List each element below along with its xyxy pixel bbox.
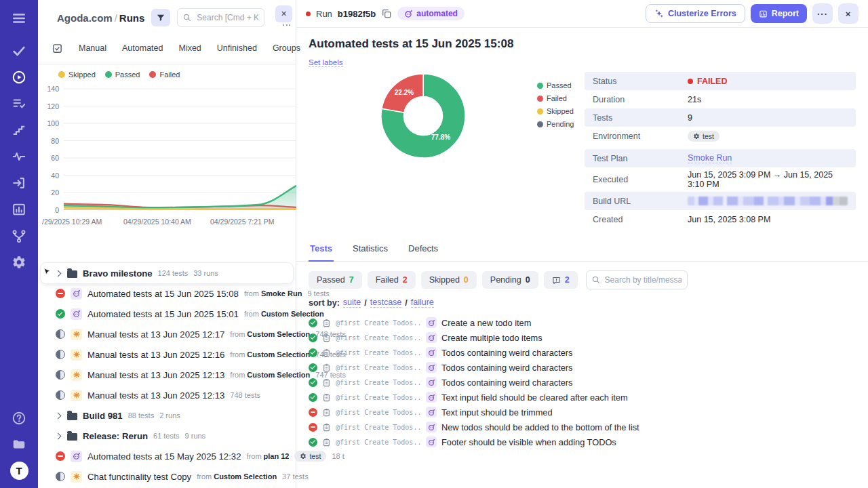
run-list-item[interactable]: Automated tests at 15 Jun 2025 15:01 fro… [41, 304, 293, 324]
select-all-icon[interactable] [52, 43, 63, 54]
run-list-item[interactable]: Bravo milestone 124 tests 33 runs [41, 263, 293, 283]
run-name[interactable]: Release: Rerun [83, 431, 148, 441]
runs-tab[interactable]: Groups [273, 43, 300, 53]
list-check-icon[interactable] [11, 96, 27, 112]
run-name[interactable]: Manual tests at 13 Jun 2025 12:13 [87, 390, 224, 401]
run-name[interactable]: Automated tests at 15 May 2025 12:32 [87, 451, 241, 462]
breadcrumb-project[interactable]: Agoda.com [57, 12, 113, 24]
run-name[interactable]: Automated tests at 15 Jun 2025 15:01 [87, 309, 239, 319]
chevron-right-icon[interactable] [55, 270, 62, 277]
testomat-logo[interactable]: T [10, 462, 28, 480]
run-list-item[interactable]: Automated tests at 15 Jun 2025 15:08 fro… [41, 283, 293, 304]
test-result-row[interactable]: @first Create Todos... New todos should … [309, 420, 856, 434]
run-name[interactable]: Bravo milestone [83, 268, 153, 279]
test-suite-tag[interactable]: @first Create Todos... [336, 364, 421, 371]
test-title[interactable]: Todos containing weird characters [441, 363, 572, 373]
run-name[interactable]: Chat functinality test Copy [87, 472, 191, 482]
sort-option[interactable]: suite [343, 298, 361, 308]
set-labels-link[interactable]: Set labels [309, 58, 343, 67]
filter-button[interactable] [151, 9, 170, 26]
close-run-button[interactable]: × [838, 3, 859, 24]
test-result-row[interactable]: @first Create Todos... Create a new todo… [309, 315, 856, 330]
test-result-row[interactable]: @first Create Todos... Todos containing … [309, 375, 856, 390]
check-icon[interactable] [11, 43, 27, 59]
filter-pill[interactable]: Passed7 [309, 271, 362, 289]
automated-badge[interactable]: automated [397, 7, 465, 20]
run-name[interactable]: Manual tests at 13 Jun 2025 12:13 [87, 370, 224, 380]
donut-legend-item[interactable]: Passed [537, 81, 585, 89]
test-suite-tag[interactable]: @first Create Todos... [336, 424, 421, 431]
run-list-item[interactable]: Release: Rerun 61 tests 9 runs [41, 426, 293, 446]
tab[interactable]: Defects [407, 238, 439, 262]
folders-icon[interactable] [11, 436, 27, 452]
test-suite-tag[interactable]: @first Create Todos... [336, 349, 421, 357]
menu-icon[interactable] [11, 10, 27, 26]
test-title[interactable]: Footer should be visible when adding TOD… [441, 437, 616, 447]
runs-tab[interactable]: Automated [122, 43, 163, 53]
help-icon[interactable] [11, 410, 27, 426]
filter-pill[interactable]: Failed2 [368, 271, 416, 289]
copy-icon[interactable] [381, 8, 392, 19]
legend-item[interactable]: Failed [149, 70, 180, 79]
branch-icon[interactable] [11, 228, 27, 244]
sign-in-icon[interactable] [11, 175, 27, 191]
tab[interactable]: Statistics [351, 238, 389, 262]
run-list-item[interactable]: Manual tests at 13 Jun 2025 12:13 fromCu… [41, 365, 293, 385]
test-suite-tag[interactable]: @first Create Todos... [336, 334, 421, 342]
run-name[interactable]: Manual tests at 13 Jun 2025 12:16 [87, 350, 224, 360]
environment-badge[interactable]: test [688, 131, 719, 142]
test-result-row[interactable]: @first Create Todos... Footer should be … [309, 434, 856, 449]
run-list-item[interactable]: Automated tests at 15 May 2025 12:32 fro… [41, 446, 293, 466]
test-plan-link[interactable]: Smoke Run [688, 153, 732, 163]
donut-legend-item[interactable]: Failed [537, 94, 585, 102]
test-result-row[interactable]: @first Create Todos... Todos containing … [309, 345, 856, 360]
donut-legend-item[interactable]: Pending [537, 120, 585, 128]
test-suite-tag[interactable]: @first Create Todos... [336, 394, 421, 401]
test-search-input[interactable] [586, 270, 688, 289]
clusterize-errors-button[interactable]: Clusterize Errors [646, 4, 745, 23]
legend-item[interactable]: Passed [105, 70, 140, 79]
test-suite-tag[interactable]: @first Create Todos... [336, 379, 421, 386]
test-title[interactable]: Todos containing weird characters [441, 348, 572, 358]
runs-tab[interactable]: Manual [79, 43, 106, 53]
test-title[interactable]: New todos should be added to the bottom … [441, 422, 639, 432]
gear-icon[interactable] [11, 254, 27, 270]
runs-tab[interactable]: Mixed [178, 43, 201, 53]
legend-item[interactable]: Skipped [58, 70, 96, 79]
test-result-row[interactable]: @first Create Todos... Todos containing … [309, 360, 856, 375]
play-circle-icon[interactable] [11, 69, 27, 85]
donut-legend-item[interactable]: Skipped [537, 107, 585, 115]
sort-option[interactable]: testcase [370, 298, 402, 308]
filter-pill[interactable]: Skipped0 [421, 271, 477, 289]
test-suite-tag[interactable]: @first Create Todos... [336, 409, 421, 416]
sort-option[interactable]: failure [411, 298, 434, 308]
runs-tab[interactable]: Unfinished [217, 43, 257, 53]
more-button[interactable]: ··· [812, 3, 833, 24]
test-result-row[interactable]: @first Create Todos... Text input should… [309, 405, 856, 420]
steps-icon[interactable] [11, 122, 27, 138]
run-list-item[interactable]: Build 981 88 tests 2 runs [41, 405, 293, 426]
test-title[interactable]: Text input field should be cleared after… [441, 392, 628, 403]
test-title[interactable]: Create multiple todo items [441, 333, 542, 343]
test-title[interactable]: Create a new todo item [441, 318, 531, 328]
report-button[interactable]: Report [751, 4, 807, 23]
test-title[interactable]: Todos containing weird characters [441, 378, 572, 388]
tab[interactable]: Tests [309, 238, 334, 262]
run-list-item[interactable]: Manual tests at 13 Jun 2025 12:17 fromCu… [41, 324, 293, 344]
chevron-right-icon[interactable] [55, 432, 62, 439]
close-panel-button[interactable]: × [275, 5, 292, 22]
run-list-item[interactable]: Manual tests at 13 Jun 2025 12:16 fromCu… [41, 344, 293, 365]
run-list-item[interactable]: Manual tests at 13 Jun 2025 12:13 748 te… [41, 385, 293, 405]
test-suite-tag[interactable]: @first Create Todos... [336, 319, 421, 327]
test-result-row[interactable]: @first Create Todos... Text input field … [309, 390, 856, 405]
run-name[interactable]: Automated tests at 15 Jun 2025 15:08 [87, 289, 239, 299]
activity-icon[interactable] [11, 148, 27, 165]
run-list-item[interactable]: Chat functinality test Copy fromCustom S… [41, 466, 293, 487]
filter-pill[interactable]: Pending0 [482, 271, 538, 289]
run-name[interactable]: Manual tests at 13 Jun 2025 12:17 [87, 329, 224, 340]
run-name[interactable]: Build 981 [83, 411, 123, 421]
test-suite-tag[interactable]: @first Create Todos... [336, 439, 421, 446]
chevron-right-icon[interactable] [55, 412, 62, 419]
comments-filter-pill[interactable]: 2 [544, 271, 578, 289]
test-title[interactable]: Text input should be trimmed [441, 407, 553, 418]
